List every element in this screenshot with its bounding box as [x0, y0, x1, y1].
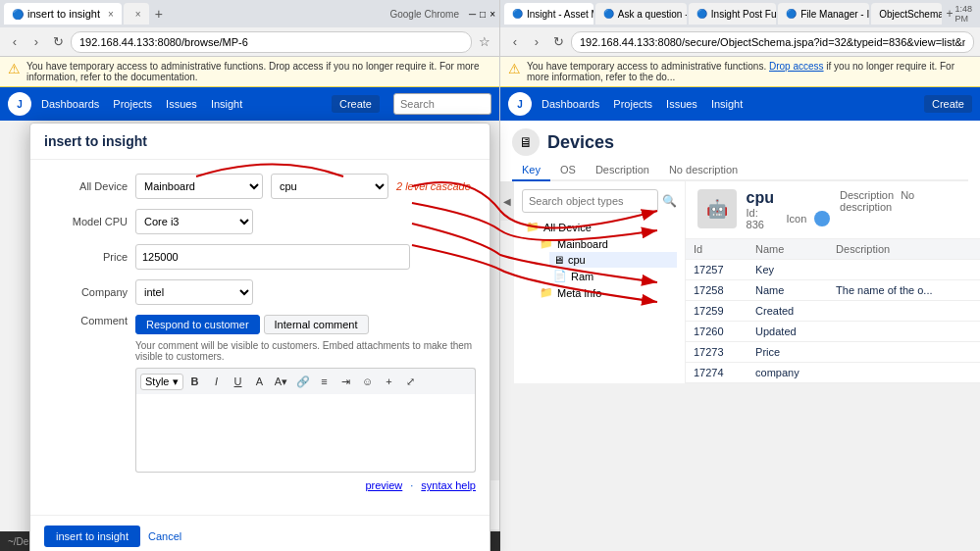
- underline-btn[interactable]: U: [229, 372, 248, 391]
- tab-file-manager[interactable]: 🔵 File Manager - Insi... ×: [778, 3, 869, 25]
- nav-insight-right[interactable]: Insight: [707, 96, 747, 112]
- all-device-label: All Device: [44, 180, 128, 192]
- list-btn[interactable]: ≡: [315, 372, 335, 391]
- editor-toolbar: Style ▾ B I U A A▾ 🔗 ≡ ⇥ ☺ + ⤢: [135, 368, 476, 394]
- create-btn-left[interactable]: Create: [332, 95, 380, 113]
- collapse-btn[interactable]: ◀: [500, 181, 514, 221]
- nav-projects-right[interactable]: Projects: [609, 96, 656, 112]
- url-input-left[interactable]: [71, 31, 472, 53]
- fullscreen-btn[interactable]: ⤢: [401, 372, 421, 391]
- all-device-select[interactable]: Mainboard: [135, 174, 263, 199]
- nav-insight-left[interactable]: Insight: [207, 96, 246, 112]
- insert-to-insight-btn[interactable]: insert to insight: [44, 526, 140, 547]
- tree-cpu[interactable]: 🖥 cpu: [549, 252, 677, 268]
- drop-access-link-right[interactable]: Drop access: [769, 61, 824, 72]
- form-row-comment: Comment Respond to customer Internal com…: [44, 315, 476, 491]
- tab-bar-right: 🔵 Insight - Asset Ma... × 🔵 Ask a questi…: [500, 0, 980, 27]
- modal-overlay: insert to insight All Device Mainboard c…: [29, 123, 490, 551]
- tab-description[interactable]: Description: [586, 160, 659, 181]
- tab-os[interactable]: OS: [550, 160, 586, 181]
- cpu-color-badge: [814, 211, 830, 226]
- cancel-btn[interactable]: Cancel: [148, 530, 181, 542]
- tree-mainboard[interactable]: 📁 Mainboard: [536, 235, 677, 252]
- link-btn[interactable]: 🔗: [293, 372, 313, 391]
- nav-dashboards-right[interactable]: Dashboards: [538, 96, 603, 112]
- form-row-model-cpu: Model CPU Core i3: [44, 209, 476, 234]
- indent-btn[interactable]: ⇥: [336, 372, 356, 391]
- back-btn-right[interactable]: ‹: [506, 33, 524, 51]
- company-label: Company: [44, 286, 128, 298]
- respond-to-customer-tab[interactable]: Respond to customer: [135, 315, 260, 334]
- tab-insight-post[interactable]: 🔵 Insight Post Func... ×: [689, 3, 776, 25]
- comment-hint: Your comment will be visible to customer…: [135, 340, 476, 362]
- nav-issues-right[interactable]: Issues: [662, 96, 701, 112]
- mainboard-icon: 📁: [540, 237, 553, 250]
- cpu-icon-tree: 🖥: [553, 254, 564, 266]
- comment-label: Comment: [44, 315, 128, 326]
- form-row-all-device: All Device Mainboard cpu 2 level cascade: [44, 174, 476, 199]
- emoji-btn[interactable]: ☺: [358, 372, 378, 391]
- top-nav-right: J Dashboards Projects Issues Insight Cre…: [500, 87, 980, 121]
- tab-ask-question[interactable]: 🔵 Ask a question - Al... ×: [595, 3, 687, 25]
- table-row: 17274company: [686, 363, 980, 383]
- attribute-table: Id Name Description 17257Key17258NameThe…: [686, 239, 980, 383]
- bookmark-btn-left[interactable]: ☆: [476, 33, 493, 51]
- bold-btn[interactable]: B: [185, 372, 205, 391]
- color-btn[interactable]: A: [250, 372, 270, 391]
- cpu-icon-large: 🤖: [697, 189, 737, 228]
- refresh-btn-right[interactable]: ↻: [549, 33, 567, 51]
- devices-header: 🖥 Devices Key OS Description No descript…: [500, 121, 980, 181]
- syntax-help-link[interactable]: syntax help: [421, 479, 476, 491]
- nav-issues-left[interactable]: Issues: [162, 96, 201, 112]
- tab-close-left[interactable]: ×: [108, 9, 114, 20]
- new-tab-btn-right[interactable]: +: [946, 7, 953, 21]
- price-input[interactable]: [135, 244, 410, 270]
- browser-title-left: Google Chrome: [389, 9, 459, 20]
- modal-footer: insert to insight Cancel: [30, 515, 490, 551]
- back-btn-left[interactable]: ‹: [6, 33, 24, 51]
- maximize-btn-left[interactable]: □: [480, 9, 486, 20]
- search-input-left[interactable]: [393, 93, 491, 115]
- model-cpu-select[interactable]: Core i3: [135, 209, 253, 234]
- tree-all-device[interactable]: 📁 All Device: [522, 219, 677, 235]
- editor-textarea[interactable]: [135, 394, 476, 473]
- forward-btn-left[interactable]: ›: [27, 33, 45, 51]
- modal-title: insert to insight: [30, 124, 490, 160]
- font-size-btn[interactable]: A▾: [272, 372, 291, 391]
- company-select[interactable]: intel: [135, 279, 253, 305]
- cascade-label: 2 level cascade: [396, 180, 471, 192]
- tab-left-2[interactable]: ×: [124, 3, 149, 25]
- browser-right: 🔵 Insight - Asset Ma... × 🔵 Ask a questi…: [500, 0, 980, 551]
- tree-ram[interactable]: 📄 Ram: [549, 268, 677, 284]
- warning-icon-left: ⚠: [8, 61, 21, 76]
- more-btn[interactable]: +: [380, 372, 399, 391]
- internal-comment-tab[interactable]: Internal comment: [264, 315, 369, 334]
- tree-meta-info[interactable]: 📁 Meta info: [536, 284, 677, 301]
- preview-link[interactable]: preview: [365, 479, 402, 491]
- tab-insight-asset[interactable]: 🔵 Insight - Asset Ma... ×: [504, 3, 593, 25]
- address-bar-right: ‹ › ↻: [500, 27, 980, 57]
- create-btn-right[interactable]: Create: [924, 95, 972, 113]
- minimize-btn-left[interactable]: ─: [469, 9, 476, 20]
- style-btn[interactable]: Style ▾: [140, 374, 183, 390]
- new-tab-btn[interactable]: +: [155, 6, 163, 22]
- form-row-price: Price: [44, 244, 476, 270]
- refresh-btn-left[interactable]: ↻: [49, 33, 67, 51]
- search-object-types[interactable]: [522, 189, 658, 213]
- detail-panel: 🤖 cpu Id: 836 Icon Description No descri…: [686, 181, 980, 383]
- tree-sidebar: 🔍 📁 All Device 📁 Mainboard 🖥 cpu 📄 Ram 📁…: [514, 181, 686, 383]
- cpu-select[interactable]: cpu: [271, 174, 388, 199]
- close-btn-left[interactable]: ×: [490, 9, 495, 20]
- tab-object-schema[interactable]: ObjectSchema... ×: [871, 3, 942, 25]
- tab-key[interactable]: Key: [512, 160, 550, 181]
- italic-btn[interactable]: I: [207, 372, 227, 391]
- nav-projects-left[interactable]: Projects: [109, 96, 156, 112]
- forward-btn-right[interactable]: ›: [528, 33, 545, 51]
- tab-close-left2[interactable]: ×: [135, 9, 141, 20]
- url-input-right[interactable]: [571, 31, 974, 53]
- model-cpu-label: Model CPU: [44, 216, 128, 227]
- nav-dashboards-left[interactable]: Dashboards: [37, 96, 103, 112]
- attr-table-header: Id Name Description: [686, 239, 980, 260]
- tab-insert-insight[interactable]: 🔵 insert to insight ×: [4, 3, 122, 25]
- tab-no-description[interactable]: No description: [659, 160, 748, 181]
